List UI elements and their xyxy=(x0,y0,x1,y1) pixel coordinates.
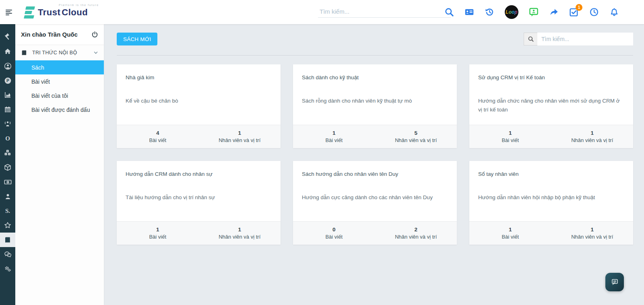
divider xyxy=(117,55,633,56)
book-search-icon[interactable] xyxy=(524,33,537,45)
book-card[interactable]: Sách dành cho kỹ thuật Sách rỗng dành ch… xyxy=(293,64,457,148)
book-card-grid: Nhà giả kim Kể về cậu bé chăn bò 4 Bài v… xyxy=(117,64,633,245)
book-search-input[interactable] xyxy=(537,33,633,45)
notification-badge: 1 xyxy=(576,4,582,11)
articles-stat: 1 Bài viết xyxy=(469,125,551,148)
articles-stat: 1 Bài viết xyxy=(293,125,375,148)
dice-icon[interactable] xyxy=(0,146,15,160)
chat-bubbles-icon[interactable] xyxy=(0,247,15,262)
book-title: Sổ tay nhân viên xyxy=(478,171,624,177)
menu-item-bai-viet-duoc-danh-dau[interactable]: Bài viết được đánh dấu xyxy=(15,103,104,117)
articles-stat: 0 Bài viết xyxy=(293,222,375,245)
user-circle-icon[interactable] xyxy=(0,59,15,73)
menu-section-label: TRI THỨC NỘI BỘ xyxy=(32,50,93,56)
o-letter-icon[interactable]: O xyxy=(0,131,15,146)
staff-stat: 1 Nhân viên và vị trí xyxy=(199,125,281,148)
s-letter-icon[interactable]: S. xyxy=(0,204,15,218)
book-title: Nhà giả kim xyxy=(126,74,272,80)
money-icon[interactable]: 0 xyxy=(0,175,15,189)
menu-item-bai-viet-cua-toi[interactable]: Bài viết của tôi xyxy=(15,89,104,103)
user-icon[interactable] xyxy=(0,189,15,204)
hamburger-menu-icon[interactable] xyxy=(6,10,14,15)
history-icon[interactable] xyxy=(485,7,494,17)
articles-stat: 4 Bài viết xyxy=(117,125,199,148)
header: Platform is the futureTrustCloud Loop 1 xyxy=(0,0,644,24)
book-description: Kể về cậu bé chăn bò xyxy=(126,97,272,105)
chart-icon[interactable] xyxy=(0,88,15,102)
book-title: Sách dành cho kỹ thuật xyxy=(302,74,448,80)
book-card-footer: 1 Bài viết 1 Nhân viên và vị trí xyxy=(469,125,633,148)
bell-icon[interactable] xyxy=(609,7,619,17)
book-card-footer: 4 Bài viết 1 Nhân viên và vị trí xyxy=(117,125,281,148)
cube-icon[interactable] xyxy=(0,160,15,175)
book-icon[interactable] xyxy=(0,233,15,247)
book-card-footer: 1 Bài viết 1 Nhân viên và vị trí xyxy=(117,221,281,245)
calendar-icon[interactable] xyxy=(0,102,15,117)
icon-sidebar: P O 0 S. xyxy=(0,24,15,305)
book-description: Hướng dẫn chức năng cho nhân viên mới sử… xyxy=(478,97,624,115)
main-content: SÁCH MỚI Nhà giả kim Kể về cậu bé chăn b… xyxy=(104,24,644,305)
menu-panel: Xin chào Trần Quốc TRI THỨC NỘI BỘ Sách … xyxy=(15,24,104,305)
book-description: Sách rỗng dành cho nhân viên kỹ thuật tự… xyxy=(302,97,448,105)
app-logo: Platform is the futureTrustCloud xyxy=(24,3,88,22)
staff-stat: 2 Nhân viên và vị trí xyxy=(375,222,457,245)
greeting-text: Xin chào Trần Quốc xyxy=(21,31,78,38)
search-icon[interactable] xyxy=(444,7,454,17)
chat-person-icon[interactable] xyxy=(529,7,539,17)
staff-stat: 5 Nhân viên và vị trí xyxy=(375,125,457,148)
id-card-icon[interactable] xyxy=(464,7,474,17)
clock-icon[interactable] xyxy=(589,7,599,17)
svg-text:P: P xyxy=(6,78,9,83)
logo-text: Platform is the futureTrustCloud xyxy=(38,7,88,18)
staff-stat: 1 Nhân viên và vị trí xyxy=(551,222,634,245)
book-card[interactable]: Sách hướng dẫn cho nhân viên tên Duy Hướ… xyxy=(293,161,457,245)
book-description: Hướng dẫn cực căng dành cho các nhân viê… xyxy=(302,193,448,202)
global-search xyxy=(318,6,451,18)
presenter-icon[interactable] xyxy=(0,117,15,131)
gears-icon[interactable] xyxy=(0,262,15,276)
greeting-row: Xin chào Trần Quốc xyxy=(15,24,104,45)
book-card[interactable]: Sổ tay nhân viên Hướng dẫn nhân viên hội… xyxy=(469,161,633,245)
tasks-check-icon[interactable]: 1 xyxy=(569,7,579,17)
star-icon[interactable] xyxy=(0,218,15,233)
book-title: Hướng dẫn CRM dành cho nhân sự xyxy=(126,171,272,177)
chat-fab-button[interactable] xyxy=(605,273,624,291)
articles-stat: 1 Bài viết xyxy=(117,222,199,245)
new-book-button[interactable]: SÁCH MỚI xyxy=(117,33,157,45)
logo-mark-icon xyxy=(24,6,35,19)
staff-stat: 1 Nhân viên và vị trí xyxy=(199,222,281,245)
svg-text:0: 0 xyxy=(7,181,8,183)
avatar-label: Loop xyxy=(506,9,517,15)
header-icon-row: Loop 1 xyxy=(444,0,619,24)
home-icon[interactable] xyxy=(0,44,15,59)
gavel-icon[interactable] xyxy=(0,30,15,44)
book-card-footer: 1 Bài viết 5 Nhân viên và vị trí xyxy=(293,125,457,148)
book-search xyxy=(524,33,633,45)
book-title: Sử dụng CRM vị trí Kế toán xyxy=(478,74,624,80)
global-search-input[interactable] xyxy=(318,6,451,18)
menu-item-sach[interactable]: Sách xyxy=(15,60,104,74)
book-card-footer: 0 Bài viết 2 Nhân viên và vị trí xyxy=(293,221,457,245)
staff-stat: 1 Nhân viên và vị trí xyxy=(551,125,634,148)
book-card[interactable]: Hướng dẫn CRM dành cho nhân sự Tài liệu … xyxy=(117,161,281,245)
book-description: Hướng dẫn nhân viên hội nhập bộ phận kỹ … xyxy=(478,193,624,202)
p-circle-icon[interactable]: P xyxy=(0,73,15,88)
share-icon[interactable] xyxy=(549,7,559,17)
menu-section-tri-thuc-noi-bo[interactable]: TRI THỨC NỘI BỘ xyxy=(15,45,104,60)
chevron-down-icon xyxy=(93,50,98,55)
power-icon[interactable] xyxy=(91,31,98,38)
book-card[interactable]: Sử dụng CRM vị trí Kế toán Hướng dẫn chứ… xyxy=(469,64,633,148)
book-section-icon xyxy=(21,49,27,56)
book-card-footer: 1 Bài viết 1 Nhân viên và vị trí xyxy=(469,221,633,245)
articles-stat: 1 Bài viết xyxy=(469,222,551,245)
avatar[interactable]: Loop xyxy=(505,5,518,19)
book-card[interactable]: Nhà giả kim Kể về cậu bé chăn bò 4 Bài v… xyxy=(117,64,281,148)
menu-item-bai-viet[interactable]: Bài viết xyxy=(15,74,104,89)
book-title: Sách hướng dẫn cho nhân viên tên Duy xyxy=(302,171,448,177)
book-description: Tài liệu hướng dẫn cho vị trí nhân sự xyxy=(126,193,272,202)
logo-tagline: Platform is the future xyxy=(59,4,99,6)
